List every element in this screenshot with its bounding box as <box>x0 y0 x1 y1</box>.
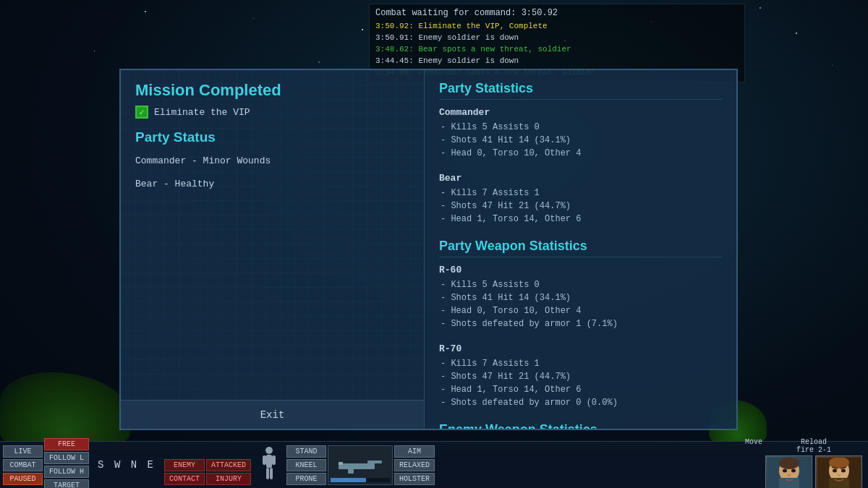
target-button[interactable]: TARGET <box>44 479 89 488</box>
combat-log-entry-3: 3:48.62: Bear spots a new threat, soldie… <box>375 43 739 55</box>
stat-commander-line1: - Kills 5 Assists 0 <box>439 121 722 134</box>
weapon-display <box>328 445 393 485</box>
weapon-ammo-fill <box>331 478 366 482</box>
stat-name-commander: Commander <box>439 107 722 118</box>
svg-rect-9 <box>339 462 343 465</box>
paused-button[interactable]: PAUSED <box>3 473 43 485</box>
stat-group-r70: R-70 - Kills 7 Assists 1 - Shots 47 Hit … <box>439 343 722 409</box>
attacked-button[interactable]: ATTACKED <box>206 459 251 471</box>
commander-portrait-image <box>767 458 811 489</box>
exit-bar[interactable]: Exit <box>121 400 424 429</box>
stat-bear-line2: - Shots 47 Hit 21 (44.7%) <box>439 200 722 213</box>
reload-label: Reload <box>801 438 827 446</box>
hud-follow-section: FREE FOLLOW L FOLLOW H TARGET <box>44 438 89 488</box>
svg-point-13 <box>779 458 799 469</box>
objective-checkbox <box>135 106 148 119</box>
stat-r60-line1: - Kills 5 Assists 0 <box>439 278 722 291</box>
svg-rect-2 <box>263 455 266 465</box>
hud-mode-section: LIVE COMBAT PAUSED <box>3 445 43 485</box>
soldier-icon <box>261 445 277 485</box>
svg-rect-4 <box>266 468 269 479</box>
hud-commander-block: Reload fire 2-1 <box>765 438 862 488</box>
svg-point-20 <box>833 468 837 472</box>
party-statistics-title: Party Statistics <box>439 81 722 100</box>
prone-button[interactable]: PRONE <box>286 473 326 485</box>
svg-rect-8 <box>348 469 354 474</box>
stat-name-r60: R-60 <box>439 265 722 275</box>
live-button[interactable]: LIVE <box>3 445 43 458</box>
enemy-weapon-statistics-title: Enemy Weapon Statistics <box>439 422 722 429</box>
injury-button[interactable]: INJURY <box>206 473 251 485</box>
svg-rect-18 <box>829 478 849 489</box>
status-bear: Bear - Healthy <box>135 177 409 192</box>
stat-bear-line3: - Head 1, Torso 14, Other 6 <box>439 213 722 226</box>
soldier-silhouette-area <box>252 445 285 485</box>
svg-rect-7 <box>367 461 382 463</box>
svg-rect-5 <box>270 468 273 479</box>
hud-portraits: Move Reload fire 2-1 <box>745 438 865 488</box>
hud-attack-section: ATTACKED INJURY <box>206 445 251 485</box>
stat-r60-line4: - Shots defeated by armor 1 (7.1%) <box>439 317 722 330</box>
svg-point-21 <box>841 468 846 472</box>
portrait-bear[interactable] <box>815 455 862 488</box>
stat-group-r60: R-60 - Kills 5 Assists 0 - Shots 41 Hit … <box>439 265 722 330</box>
weapon-ammo-bar <box>331 478 390 482</box>
stat-r70-line4: - Shots defeated by armor 0 (0.0%) <box>439 396 722 409</box>
combat-log-entry-1: 3:50.92: Eliminate the VIP, Complete <box>375 20 739 32</box>
hud-stance-section: STAND KNEEL PRONE <box>286 445 326 485</box>
stat-commander-line3: - Head 0, Torso 10, Other 4 <box>439 147 722 160</box>
mission-title: Mission Completed <box>135 81 409 100</box>
bear-portrait-image <box>817 458 861 489</box>
objective-text: Eliminate the VIP <box>154 107 250 118</box>
aim-button[interactable]: AIM <box>394 445 435 458</box>
hud-alert-section: ENEMY CONTACT <box>164 445 205 485</box>
stat-bear-line1: - Kills 7 Assists 1 <box>439 187 722 200</box>
portrait-row <box>765 455 862 488</box>
portrait-commander[interactable] <box>765 455 812 488</box>
hud-move-info: Move <box>745 438 762 446</box>
holster-button[interactable]: HOLSTER <box>394 473 435 485</box>
stat-r60-line2: - Shots 41 Hit 14 (34.1%) <box>439 291 722 304</box>
svg-rect-12 <box>779 478 799 489</box>
enemy-button[interactable]: ENEMY <box>164 459 205 471</box>
stand-button[interactable]: STAND <box>286 445 326 458</box>
stat-r70-line3: - Head 1, Torso 14, Other 6 <box>439 383 722 396</box>
svg-point-0 <box>265 447 273 454</box>
objective-row: Eliminate the VIP <box>135 106 409 119</box>
stat-r70-line2: - Shots 47 Hit 21 (44.7%) <box>439 370 722 383</box>
mission-dialog: Mission Completed Eliminate the VIP Part… <box>119 69 738 430</box>
combat-button[interactable]: COMBAT <box>3 459 43 471</box>
party-status-title: Party Status <box>135 129 409 145</box>
stat-commander-line2: - Shots 41 Hit 14 (34.1%) <box>439 134 722 147</box>
compass: S W N E <box>90 445 163 485</box>
combat-log-entry-2: 3:50.91: Enemy soldier is down <box>375 32 739 43</box>
bottom-hud: LIVE COMBAT PAUSED FREE FOLLOW L FOLLOW … <box>0 441 868 488</box>
hud-aim-section: AIM RELAXED HOLSTER <box>394 445 435 485</box>
kneel-button[interactable]: KNEEL <box>286 459 326 471</box>
stat-group-commander: Commander - Kills 5 Assists 0 - Shots 41… <box>439 107 722 160</box>
free-button[interactable]: FREE <box>44 438 89 450</box>
svg-rect-3 <box>272 455 276 465</box>
relaxed-button[interactable]: RELAXED <box>394 459 435 471</box>
right-panel: Party Statistics Commander - Kills 5 Ass… <box>425 70 736 429</box>
status-commander: Commander - Minor Wounds <box>135 154 409 168</box>
weapon-statistics-title: Party Weapon Statistics <box>439 239 722 257</box>
combat-log-header: Combat waiting for command: 3:50.92 <box>375 8 739 18</box>
svg-rect-6 <box>339 463 375 469</box>
svg-point-14 <box>783 468 787 472</box>
move-label: Move <box>745 438 762 446</box>
contact-button[interactable]: CONTACT <box>164 473 205 485</box>
stat-name-bear: Bear <box>439 173 722 184</box>
fire-label: fire 2-1 <box>796 446 831 454</box>
stat-r70-line1: - Kills 7 Assists 1 <box>439 357 722 370</box>
svg-rect-1 <box>266 455 272 468</box>
stat-name-r70: R-70 <box>439 343 722 354</box>
left-panel: Mission Completed Eliminate the VIP Part… <box>121 70 425 429</box>
follow-l-button[interactable]: FOLLOW L <box>44 452 89 464</box>
svg-point-15 <box>791 468 796 472</box>
stat-r60-line3: - Head 0, Torso 10, Other 4 <box>439 304 722 317</box>
weapon-icon <box>335 456 386 474</box>
stat-group-bear: Bear - Kills 7 Assists 1 - Shots 47 Hit … <box>439 173 722 226</box>
follow-h-button[interactable]: FOLLOW H <box>44 466 89 478</box>
exit-button[interactable]: Exit <box>260 409 285 421</box>
